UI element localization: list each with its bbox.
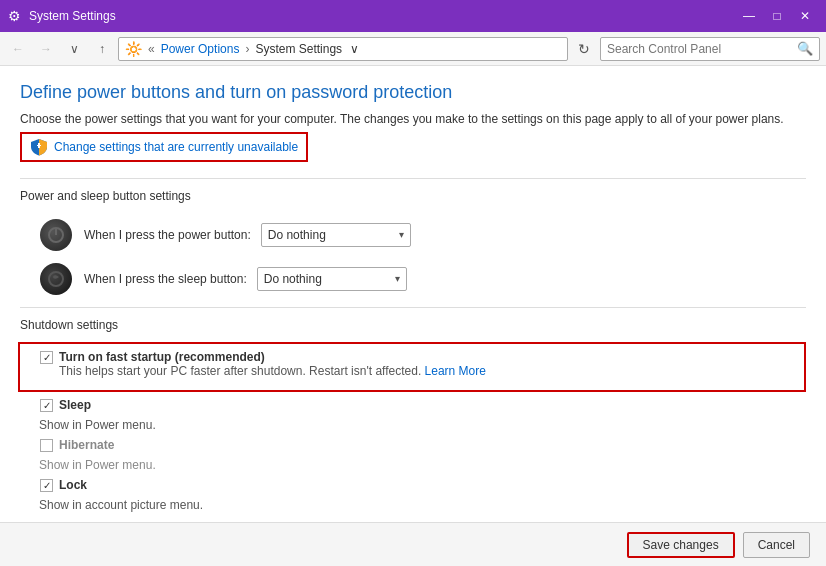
breadcrumb-icon: 🔆 bbox=[125, 41, 142, 57]
window-title: System Settings bbox=[29, 9, 116, 23]
content-area: Define power buttons and turn on passwor… bbox=[0, 66, 826, 522]
power-button-icon bbox=[40, 219, 72, 251]
power-button-value: Do nothing bbox=[268, 228, 326, 242]
lock-container[interactable]: Lock bbox=[40, 478, 87, 492]
cancel-button[interactable]: Cancel bbox=[743, 532, 810, 558]
sleep-button-dropdown-arrow: ▾ bbox=[395, 273, 400, 284]
search-input[interactable] bbox=[607, 42, 793, 56]
power-button-row: When I press the power button: Do nothin… bbox=[20, 219, 806, 251]
hibernate-container[interactable]: Hibernate bbox=[40, 438, 114, 452]
sleep-button-icon bbox=[40, 263, 72, 295]
search-bar: 🔍 bbox=[600, 37, 820, 61]
nav-bar: ← → ∨ ↑ 🔆 « Power Options › System Setti… bbox=[0, 32, 826, 66]
sleep-icon-svg bbox=[45, 268, 67, 290]
fast-startup-checkbox[interactable] bbox=[40, 351, 53, 364]
breadcrumb-current: System Settings bbox=[255, 42, 342, 56]
lock-checkbox[interactable] bbox=[40, 479, 53, 492]
fast-startup-label-container: Turn on fast startup (recommended) This … bbox=[59, 350, 486, 384]
search-icon: 🔍 bbox=[797, 41, 813, 56]
breadcrumb-power-options[interactable]: Power Options bbox=[161, 42, 240, 56]
lock-row: Lock bbox=[20, 478, 806, 492]
close-button[interactable]: ✕ bbox=[792, 6, 818, 26]
fast-startup-label: Turn on fast startup (recommended) bbox=[59, 350, 486, 364]
page-description: Choose the power settings that you want … bbox=[20, 111, 806, 128]
hibernate-sublabel: Show in Power menu. bbox=[39, 458, 806, 472]
power-button-dropdown[interactable]: Do nothing ▾ bbox=[261, 223, 411, 247]
dropdown-button[interactable]: ∨ bbox=[62, 37, 86, 61]
section-divider bbox=[20, 178, 806, 179]
power-icon-svg bbox=[45, 224, 67, 246]
save-button[interactable]: Save changes bbox=[627, 532, 735, 558]
main-content: Define power buttons and turn on passwor… bbox=[0, 66, 826, 566]
breadcrumb-sep2: › bbox=[245, 42, 249, 56]
fast-startup-row: Turn on fast startup (recommended) This … bbox=[18, 342, 806, 392]
svg-point-4 bbox=[49, 272, 63, 286]
footer: Save changes Cancel bbox=[0, 522, 826, 566]
svg-rect-1 bbox=[38, 143, 40, 148]
breadcrumb-sep1: « bbox=[148, 42, 155, 56]
maximize-button[interactable]: □ bbox=[764, 6, 790, 26]
sleep-button-dropdown[interactable]: Do nothing ▾ bbox=[257, 267, 407, 291]
title-bar: ⚙ System Settings — □ ✕ bbox=[0, 0, 826, 32]
learn-more-link[interactable]: Learn More bbox=[425, 364, 486, 378]
sleep-sublabel: Show in Power menu. bbox=[39, 418, 806, 432]
back-button[interactable]: ← bbox=[6, 37, 30, 61]
title-bar-left: ⚙ System Settings bbox=[8, 8, 116, 24]
shield-icon bbox=[30, 138, 48, 156]
sleep-button-value: Do nothing bbox=[264, 272, 322, 286]
page-title: Define power buttons and turn on passwor… bbox=[20, 82, 806, 103]
forward-button[interactable]: → bbox=[34, 37, 58, 61]
breadcrumb: 🔆 « Power Options › System Settings ∨ bbox=[118, 37, 568, 61]
change-settings-link[interactable]: Change settings that are currently unava… bbox=[20, 132, 308, 162]
fast-startup-desc: This helps start your PC faster after sh… bbox=[59, 364, 486, 378]
sleep-button-row: When I press the sleep button: Do nothin… bbox=[20, 263, 806, 295]
refresh-button[interactable]: ↻ bbox=[572, 37, 596, 61]
shutdown-divider bbox=[20, 307, 806, 308]
lock-sublabel: Show in account picture menu. bbox=[39, 498, 806, 512]
hibernate-checkbox[interactable] bbox=[40, 439, 53, 452]
sleep-button-label: When I press the sleep button: bbox=[84, 272, 247, 286]
sleep-row: Sleep bbox=[20, 398, 806, 412]
app-icon: ⚙ bbox=[8, 8, 21, 24]
sleep-container[interactable]: Sleep bbox=[40, 398, 91, 412]
hibernate-label: Hibernate bbox=[59, 438, 114, 452]
sleep-checkbox[interactable] bbox=[40, 399, 53, 412]
breadcrumb-arrow: ∨ bbox=[350, 42, 359, 56]
up-button[interactable]: ↑ bbox=[90, 37, 114, 61]
title-bar-controls: — □ ✕ bbox=[736, 6, 818, 26]
shutdown-section: Shutdown settings Turn on fast startup (… bbox=[20, 318, 806, 512]
minimize-button[interactable]: — bbox=[736, 6, 762, 26]
power-button-label: When I press the power button: bbox=[84, 228, 251, 242]
hibernate-row: Hibernate bbox=[20, 438, 806, 452]
power-sleep-header: Power and sleep button settings bbox=[20, 189, 806, 207]
fast-startup-container[interactable]: Turn on fast startup (recommended) This … bbox=[40, 350, 486, 384]
power-button-dropdown-arrow: ▾ bbox=[399, 229, 404, 240]
lock-label: Lock bbox=[59, 478, 87, 492]
sleep-label: Sleep bbox=[59, 398, 91, 412]
shutdown-header: Shutdown settings bbox=[20, 318, 806, 332]
